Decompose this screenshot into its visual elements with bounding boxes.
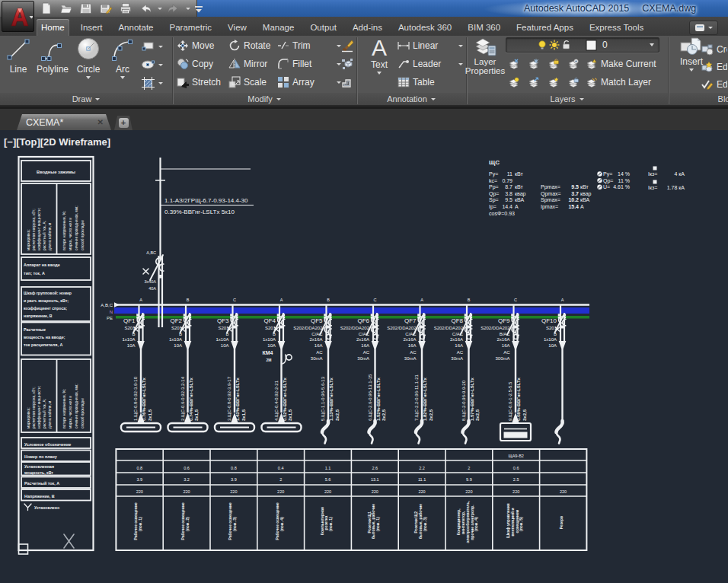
legend-col2b-line: марка, число жил и (69, 395, 72, 428)
scale-button[interactable]: Scale (228, 74, 273, 91)
panel-label-modify[interactable]: Modify (172, 94, 356, 104)
redo-button[interactable] (164, 1, 183, 16)
viewport-controls[interactable]: [−][Top][2D Wireframe] (4, 136, 110, 148)
array-button[interactable]: Array (277, 74, 341, 91)
panel-label-layers[interactable]: Layers (466, 94, 668, 104)
branch-amp: 10А (221, 343, 229, 348)
panel-label-block[interactable]: Block (694, 94, 728, 104)
layer-on-row-button[interactable] (507, 74, 520, 91)
stat-ik-key: Iкз= (648, 171, 657, 177)
open-button[interactable] (57, 1, 75, 16)
bus-connection-mark (329, 317, 331, 319)
plot-button[interactable] (117, 1, 135, 16)
table-current: 13.1 (371, 477, 379, 482)
cable-spec: 9.ЩС-0.6-1-2.5-5.5 (508, 381, 512, 421)
mirror-label: Mirror (244, 59, 267, 69)
branch-curve: В/АС (500, 332, 511, 336)
move-button[interactable]: Move (177, 37, 219, 54)
layer-freeze-button[interactable] (527, 56, 540, 72)
tab-parametric[interactable]: Parametric (165, 19, 217, 36)
layer-lock-button[interactable] (547, 56, 560, 72)
edit-attributes-button[interactable]: Edit Attributes (701, 76, 727, 93)
create-button[interactable]: Create (701, 41, 727, 58)
new-file-tab-button[interactable]: + (114, 116, 133, 130)
tab-view[interactable]: View (223, 19, 251, 36)
explode-button[interactable] (341, 56, 354, 72)
fillet-button[interactable]: Fillet (277, 56, 341, 72)
drawing-canvas[interactable]: [−][Top][2D Wireframe] А,В,СNPE1.1-АЗ/2Г… (0, 130, 728, 583)
layer-lock2-button[interactable] (567, 74, 580, 91)
tab-manage[interactable]: Manage (258, 19, 299, 36)
tab-annotate[interactable]: Annotate (113, 19, 158, 36)
application-menu-button[interactable] (2, 1, 34, 32)
branch-amp: 10А (267, 343, 276, 348)
make-current-button[interactable] (585, 56, 598, 72)
linear-button[interactable]: Linear (398, 37, 463, 54)
mirror-button[interactable]: Mirror (228, 56, 273, 72)
ribbon-minimize-button[interactable] (689, 21, 718, 35)
make-current-button[interactable]: Make Current (601, 56, 656, 72)
layer-off-button[interactable] (507, 56, 520, 72)
stretch-button[interactable]: Stretch (177, 74, 219, 91)
layer-combo[interactable]: 0 (506, 37, 659, 53)
stat-max-unit: кВт (580, 184, 589, 190)
text-button[interactable]: AText (364, 37, 394, 75)
layer-properties-button[interactable]: LayerProperties (466, 37, 504, 75)
move-label: Move (192, 40, 214, 51)
match-properties-button[interactable] (341, 37, 354, 54)
rotate-button[interactable]: Rotate (228, 37, 273, 54)
tab-output[interactable]: Output (305, 19, 341, 36)
tab-express-tools[interactable]: Express Tools (585, 19, 648, 36)
undo-button[interactable] (136, 1, 155, 16)
layer-properties-icon (474, 37, 497, 56)
table-voltage: 220 (560, 489, 567, 494)
tab-home[interactable]: Home (37, 19, 69, 36)
table-power: 0.8 (136, 466, 142, 470)
line-button[interactable]: Line (2, 37, 35, 75)
layer-walk-button[interactable] (527, 74, 540, 91)
edit-button[interactable]: Edit (701, 59, 727, 75)
panel-label-draw[interactable]: Draw (0, 94, 172, 104)
arc-button[interactable]: Arc (107, 37, 139, 79)
leader-button[interactable]: Leader (398, 56, 463, 72)
cable-type: 0.08%-ВВГнг-LSLTx (516, 377, 521, 421)
hatch-button[interactable] (141, 75, 163, 91)
text-icon: A (368, 37, 391, 59)
match-layer-button[interactable] (585, 74, 598, 91)
stat-pct-value: 14 % (618, 171, 630, 177)
polyline-icon (40, 37, 65, 64)
file-tab-close-icon[interactable]: ✕ (97, 118, 104, 126)
stat-unit: А (515, 204, 519, 209)
copy-button[interactable]: Copy (177, 56, 219, 72)
layer-thaw-row-button[interactable] (547, 74, 560, 91)
save-as-button[interactable] (97, 1, 115, 16)
new-button[interactable] (37, 1, 56, 16)
tab-bim-360[interactable]: BIM 360 (463, 19, 505, 36)
cable-size: 3х1,5 (288, 409, 292, 421)
tab-insert[interactable]: Insert (76, 19, 107, 36)
qat-customize-button[interactable] (193, 1, 205, 16)
panel-caret-icon (95, 98, 100, 100)
table-desc-line: (пом. 3) (232, 517, 237, 531)
rectangle-button[interactable] (141, 38, 163, 55)
branch-curve: С/АС (311, 332, 323, 336)
panel-label-annotation[interactable]: Annotation (356, 94, 466, 104)
circle-button[interactable]: Circle (72, 37, 105, 79)
table-desc-line: (пом. 5) (519, 517, 523, 531)
tab-add-ins[interactable]: Add-ins (348, 19, 387, 36)
table-button[interactable]: Table (398, 74, 463, 91)
tab-autodesk-360[interactable]: Autodesk 360 (394, 19, 456, 36)
layer-isolate-button[interactable] (567, 56, 580, 72)
match-layer-button[interactable]: Match Layer (601, 74, 651, 91)
offset-button[interactable] (341, 74, 354, 91)
file-tab-cxema[interactable]: CXEMA* ✕ (17, 114, 111, 130)
panel-label-layers-text: Layers (550, 94, 575, 104)
tab-featured-apps[interactable]: Featured Apps (512, 19, 578, 36)
undo-dropdown-caret[interactable] (156, 1, 163, 16)
doc-title: CXEMA.dwg (642, 3, 696, 14)
redo-dropdown-caret[interactable] (184, 1, 191, 16)
trim-button[interactable]: Trim (277, 37, 341, 54)
save-button[interactable] (77, 1, 95, 16)
polyline-button[interactable]: Polyline (35, 37, 70, 75)
ellipse-button[interactable] (141, 56, 163, 73)
